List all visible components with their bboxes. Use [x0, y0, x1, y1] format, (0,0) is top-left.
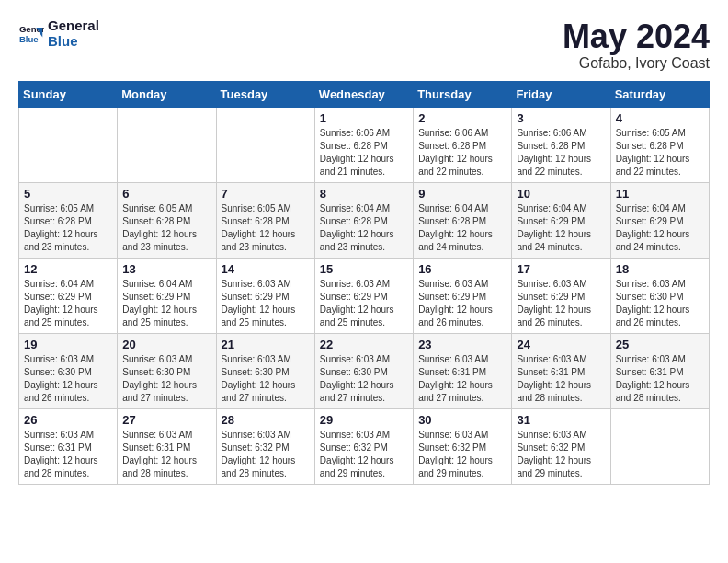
day-cell: [118, 107, 216, 182]
day-cell: 22Sunrise: 6:03 AMSunset: 6:30 PMDayligh…: [314, 333, 413, 408]
week-row-1: 1Sunrise: 6:06 AMSunset: 6:28 PMDaylight…: [19, 107, 710, 182]
day-info: Sunrise: 6:04 AMSunset: 6:29 PMDaylight:…: [616, 202, 704, 254]
day-number: 5: [24, 187, 112, 201]
day-cell: 6Sunrise: 6:05 AMSunset: 6:28 PMDaylight…: [118, 182, 216, 258]
day-number: 14: [222, 262, 310, 276]
day-cell: 10Sunrise: 6:04 AMSunset: 6:29 PMDayligh…: [512, 182, 610, 258]
logo-icon: General Blue: [18, 21, 44, 47]
day-cell: [610, 408, 709, 484]
calendar-subtitle: Gofabo, Ivory Coast: [563, 55, 710, 72]
day-cell: 3Sunrise: 6:06 AMSunset: 6:28 PMDaylight…: [512, 107, 610, 182]
day-number: 19: [24, 338, 112, 351]
day-number: 24: [517, 338, 605, 351]
day-cell: 5Sunrise: 6:05 AMSunset: 6:28 PMDaylight…: [19, 182, 118, 258]
day-info: Sunrise: 6:03 AMSunset: 6:30 PMDaylight:…: [320, 353, 408, 405]
day-cell: 1Sunrise: 6:06 AMSunset: 6:28 PMDaylight…: [314, 107, 413, 182]
day-info: Sunrise: 6:06 AMSunset: 6:28 PMDaylight:…: [418, 127, 506, 178]
calendar-title: May 2024: [563, 18, 710, 55]
day-info: Sunrise: 6:03 AMSunset: 6:30 PMDaylight:…: [122, 353, 210, 405]
dow-sunday: Sunday: [19, 81, 118, 107]
day-number: 1: [320, 111, 408, 125]
day-cell: 26Sunrise: 6:03 AMSunset: 6:31 PMDayligh…: [19, 408, 118, 484]
day-number: 11: [616, 187, 704, 201]
day-cell: 21Sunrise: 6:03 AMSunset: 6:30 PMDayligh…: [216, 333, 314, 408]
title-block: May 2024 Gofabo, Ivory Coast: [563, 18, 710, 72]
day-info: Sunrise: 6:03 AMSunset: 6:29 PMDaylight:…: [418, 278, 506, 329]
day-info: Sunrise: 6:04 AMSunset: 6:29 PMDaylight:…: [24, 278, 112, 329]
day-info: Sunrise: 6:03 AMSunset: 6:29 PMDaylight:…: [222, 278, 310, 329]
day-number: 12: [24, 262, 112, 276]
day-cell: [19, 107, 118, 182]
day-number: 28: [222, 413, 310, 427]
day-number: 25: [616, 338, 704, 351]
day-cell: 8Sunrise: 6:04 AMSunset: 6:28 PMDaylight…: [314, 182, 413, 258]
dow-thursday: Thursday: [414, 81, 512, 107]
day-number: 22: [320, 338, 408, 351]
day-cell: 31Sunrise: 6:03 AMSunset: 6:32 PMDayligh…: [512, 408, 610, 484]
day-cell: 11Sunrise: 6:04 AMSunset: 6:29 PMDayligh…: [610, 182, 709, 258]
day-info: Sunrise: 6:03 AMSunset: 6:31 PMDaylight:…: [122, 429, 210, 480]
day-cell: 24Sunrise: 6:03 AMSunset: 6:31 PMDayligh…: [512, 333, 610, 408]
day-number: 17: [517, 262, 605, 276]
day-number: 7: [222, 187, 310, 201]
day-info: Sunrise: 6:06 AMSunset: 6:28 PMDaylight:…: [320, 127, 408, 178]
day-info: Sunrise: 6:05 AMSunset: 6:28 PMDaylight:…: [222, 202, 310, 254]
day-cell: 28Sunrise: 6:03 AMSunset: 6:32 PMDayligh…: [216, 408, 314, 484]
day-cell: 12Sunrise: 6:04 AMSunset: 6:29 PMDayligh…: [19, 258, 118, 333]
day-cell: 30Sunrise: 6:03 AMSunset: 6:32 PMDayligh…: [414, 408, 512, 484]
day-cell: 14Sunrise: 6:03 AMSunset: 6:29 PMDayligh…: [216, 258, 314, 333]
day-number: 15: [320, 262, 408, 276]
day-number: 13: [122, 262, 210, 276]
dow-wednesday: Wednesday: [314, 81, 413, 107]
week-row-5: 26Sunrise: 6:03 AMSunset: 6:31 PMDayligh…: [19, 408, 710, 484]
day-cell: [216, 107, 314, 182]
day-number: 3: [517, 111, 605, 125]
day-cell: 2Sunrise: 6:06 AMSunset: 6:28 PMDaylight…: [414, 107, 512, 182]
day-number: 21: [222, 338, 310, 351]
day-info: Sunrise: 6:03 AMSunset: 6:30 PMDaylight:…: [616, 278, 704, 329]
day-number: 26: [24, 413, 112, 427]
week-row-4: 19Sunrise: 6:03 AMSunset: 6:30 PMDayligh…: [19, 333, 710, 408]
day-cell: 4Sunrise: 6:05 AMSunset: 6:28 PMDaylight…: [610, 107, 709, 182]
day-number: 27: [122, 413, 210, 427]
day-info: Sunrise: 6:03 AMSunset: 6:31 PMDaylight:…: [616, 353, 704, 405]
day-info: Sunrise: 6:04 AMSunset: 6:28 PMDaylight:…: [320, 202, 408, 254]
day-cell: 16Sunrise: 6:03 AMSunset: 6:29 PMDayligh…: [414, 258, 512, 333]
day-info: Sunrise: 6:03 AMSunset: 6:31 PMDaylight:…: [517, 353, 605, 405]
day-info: Sunrise: 6:03 AMSunset: 6:32 PMDaylight:…: [418, 429, 506, 480]
day-number: 30: [418, 413, 506, 427]
page-header: General Blue General Blue May 2024 Gofab…: [18, 18, 710, 72]
logo-general: General: [48, 18, 99, 34]
day-number: 10: [517, 187, 605, 201]
day-number: 4: [616, 111, 704, 125]
day-number: 8: [320, 187, 408, 201]
day-cell: 19Sunrise: 6:03 AMSunset: 6:30 PMDayligh…: [19, 333, 118, 408]
day-cell: 18Sunrise: 6:03 AMSunset: 6:30 PMDayligh…: [610, 258, 709, 333]
day-cell: 15Sunrise: 6:03 AMSunset: 6:29 PMDayligh…: [314, 258, 413, 333]
day-info: Sunrise: 6:03 AMSunset: 6:32 PMDaylight:…: [320, 429, 408, 480]
day-info: Sunrise: 6:03 AMSunset: 6:31 PMDaylight:…: [24, 429, 112, 480]
logo-blue: Blue: [48, 34, 99, 50]
calendar-body: 1Sunrise: 6:06 AMSunset: 6:28 PMDaylight…: [19, 107, 710, 484]
svg-text:Blue: Blue: [19, 33, 39, 43]
day-info: Sunrise: 6:03 AMSunset: 6:31 PMDaylight:…: [418, 353, 506, 405]
day-info: Sunrise: 6:03 AMSunset: 6:30 PMDaylight:…: [24, 353, 112, 405]
day-number: 2: [418, 111, 506, 125]
day-cell: 25Sunrise: 6:03 AMSunset: 6:31 PMDayligh…: [610, 333, 709, 408]
day-number: 20: [122, 338, 210, 351]
day-info: Sunrise: 6:04 AMSunset: 6:29 PMDaylight:…: [517, 202, 605, 254]
day-cell: 23Sunrise: 6:03 AMSunset: 6:31 PMDayligh…: [414, 333, 512, 408]
day-info: Sunrise: 6:06 AMSunset: 6:28 PMDaylight:…: [517, 127, 605, 178]
dow-tuesday: Tuesday: [216, 81, 314, 107]
dow-monday: Monday: [118, 81, 216, 107]
day-of-week-header: SundayMondayTuesdayWednesdayThursdayFrid…: [19, 81, 710, 107]
day-cell: 9Sunrise: 6:04 AMSunset: 6:28 PMDaylight…: [414, 182, 512, 258]
day-info: Sunrise: 6:05 AMSunset: 6:28 PMDaylight:…: [616, 127, 704, 178]
day-info: Sunrise: 6:03 AMSunset: 6:29 PMDaylight:…: [320, 278, 408, 329]
day-info: Sunrise: 6:03 AMSunset: 6:30 PMDaylight:…: [222, 353, 310, 405]
day-info: Sunrise: 6:03 AMSunset: 6:32 PMDaylight:…: [517, 429, 605, 480]
day-number: 23: [418, 338, 506, 351]
day-number: 16: [418, 262, 506, 276]
dow-friday: Friday: [512, 81, 610, 107]
day-number: 31: [517, 413, 605, 427]
